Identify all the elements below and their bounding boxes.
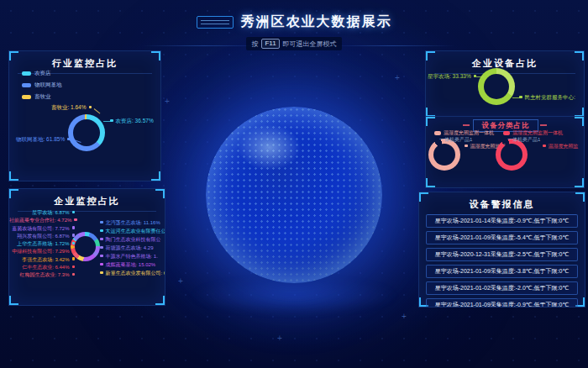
plus-decoration: + (402, 313, 407, 321)
series-label: 上华生态养殖场: 1.72% (9, 240, 75, 248)
brand-logo (197, 16, 234, 29)
leader-line (512, 97, 520, 98)
plus-decoration: + (395, 74, 400, 82)
plus-decoration: + (178, 277, 183, 286)
corner-bracket (575, 117, 584, 126)
dashboard: + + + + + 秀洲区农业大数据展示 按 F11 即可退出全屏模式 行业监控… (0, 0, 588, 368)
callout-iot: 物联网基地: 61.85% (16, 136, 70, 143)
alarm-row: 星宇农场-2021-01-14采集温度:-0.9℃,低于下限:0℃ (426, 214, 578, 228)
corner-bracket (9, 296, 18, 305)
legend-label: 物联网基地 (34, 81, 62, 89)
leader-line (103, 121, 111, 122)
category-callout-right: 温湿度光照监 (543, 143, 579, 150)
category-donut-right[interactable] (496, 139, 528, 171)
callout-livestock: 畜牧业: 1.64% (28, 104, 92, 111)
series-label: 陶门生态农业科技有限公 (100, 235, 165, 244)
series-label: 星宇农场: 6.87% (9, 209, 75, 217)
corner-bracket (575, 192, 585, 202)
alarm-row: 星宇农场-2020-12-31采集温度:-2.5℃,低于下限:0℃ (426, 248, 578, 261)
category-legend-right: 温湿度光照监测一体机 (512, 129, 563, 136)
category-legend-left: 温湿度光照监测一体机 (444, 129, 494, 136)
series-label: 新篁生态农业发有限公司: 6.87 (100, 269, 165, 277)
legend-item-iot[interactable]: 物联网基地 (22, 81, 62, 89)
industry-legend: 农资店 物联网基地 畜牧业 (22, 70, 62, 105)
panel-device-category: 设备分类占比 温湿度光照监测一体机 一体机类产品1 温湿度光照监测一 温湿度光照… (425, 116, 585, 188)
page-title: 秀洲区农业大数据展示 (241, 13, 392, 31)
alarm-row: 星宇农场-2021-01-09采集温度:-3.8℃,低于下限:0℃ (426, 265, 578, 278)
callout-store: 农资店: 36.57% (110, 118, 154, 124)
legend-label: 农资店 (34, 70, 51, 77)
corner-bracket (419, 192, 428, 202)
corner-bracket (426, 51, 435, 60)
series-label: 北沔荡生态农场: 11.16% (100, 218, 165, 227)
legend-swatch (22, 95, 31, 99)
title-arrow-right (540, 124, 547, 126)
legend-swatch (22, 83, 31, 87)
fullscreen-hint: 按 F11 即可退出全屏模式 (0, 37, 588, 50)
header: 秀洲区农业大数据展示 (0, 13, 588, 31)
series-label: 嘉茵农场有限公司: 7.72% (9, 225, 75, 233)
category-sub-left: 一体机类产品1 (439, 136, 472, 143)
leader-line (476, 76, 484, 77)
legend-label: 畜牧业 (34, 93, 51, 101)
legend-swatch (434, 131, 441, 135)
enterprise-labels-right: 北沔荡生态农场: 11.16% 大运河生态农业有限责任公 陶门生态农业科技有限公… (100, 218, 165, 277)
industry-donut-chart[interactable] (68, 114, 105, 151)
enterprise-donut-chart[interactable] (71, 232, 100, 261)
enterprise-labels-left: 星宇农场: 6.87% 社前蔬菜专业合作社: 4.72% 嘉茵农场有限公司: 7… (9, 209, 75, 280)
series-label: 翔兴发有限公司: 6.87% (9, 233, 75, 240)
f11-key: F11 (261, 39, 279, 49)
corner-bracket (155, 189, 165, 198)
corner-bracket (9, 189, 18, 198)
corner-bracket (155, 296, 165, 305)
alarm-row: 星宇农场-2021-01-09采集温度:-0.9℃,低于下限:0℃ (426, 298, 578, 308)
series-label: 大运河生态农业有限责任公 (100, 227, 165, 235)
corner-bracket (426, 178, 435, 187)
corner-bracket (575, 178, 584, 187)
corner-bracket (575, 51, 584, 60)
legend-swatch (503, 131, 510, 135)
series-label: 中绿科技有限公司: 7.29% (9, 248, 75, 255)
plus-decoration: + (277, 334, 282, 343)
fullscreen-hint-pill: 按 F11 即可退出全屏模式 (246, 37, 341, 50)
hint-prefix: 按 (251, 39, 258, 49)
corner-bracket (151, 51, 160, 60)
alarm-row: 星宇农场-2021-01-02采集温度:-2.0℃,低于下限:0℃ (426, 281, 578, 295)
hint-suffix: 即可退出全屏模式 (283, 39, 337, 49)
alarm-list: 星宇农场-2021-01-14采集温度:-0.9℃,低于下限:0℃ 星宇农场-2… (426, 214, 578, 308)
series-label: 成辉蔬菜基地: 15.02% (100, 260, 165, 269)
legend-item-store[interactable]: 农资店 (22, 70, 62, 77)
panel-device-alarm: 设备警报信息 星宇农场-2021-01-14采集温度:-0.9℃,低于下限:0℃… (418, 192, 585, 308)
series-label: 丰源水产特色养殖场: 1. (100, 252, 165, 260)
panel-title-enterprise: 企业监控占比 (18, 189, 156, 212)
panel-enterprise-device: 企业设备占比 星宇农场: 33.33% 民主村党群服务中心: (425, 50, 585, 118)
globe-visualization (206, 107, 382, 283)
panel-title-alarm: 设备警报信息 (428, 192, 576, 215)
corner-bracket (9, 51, 18, 60)
panel-enterprise-monitor: 企业监控占比 星宇农场: 6.87% 社前蔬菜专业合作社: 4.72% 嘉茵农场… (8, 188, 165, 306)
series-label: 李强生态农场: 3.42% (9, 256, 75, 264)
device-donut-chart[interactable] (478, 68, 515, 105)
corner-bracket (9, 171, 18, 181)
series-label: 社前蔬菜专业合作社: 4.72% (9, 217, 75, 224)
callout-farm: 星宇农场: 33.33% (428, 73, 475, 80)
series-label: 荷塘源生态农场: 4.29 (100, 244, 165, 252)
category-donut-left[interactable] (428, 139, 460, 171)
corner-bracket (151, 171, 160, 181)
series-label: 仁丰生态农业: 6.44% (9, 264, 75, 271)
category-sub-right: 一体机类产品1 (507, 136, 540, 143)
alarm-row: 星宇农场-2021-01-09采集温度:-5.4℃,低于下限:0℃ (426, 231, 578, 244)
legend-item-livestock[interactable]: 畜牧业 (22, 93, 62, 101)
legend-swatch (22, 71, 31, 76)
title-arrow-left (463, 124, 470, 126)
series-label: 红梅园生态农业: 7.3% (9, 271, 75, 279)
callout-service-center: 民主村党群服务中心: (519, 94, 581, 101)
panel-industry-monitor: 行业监控占比 农资店 物联网基地 畜牧业 畜牧业: 1.64% 农资店: 36.… (8, 50, 161, 181)
corner-bracket (426, 117, 435, 126)
plus-decoration: + (165, 97, 170, 106)
leader-line (94, 108, 101, 113)
